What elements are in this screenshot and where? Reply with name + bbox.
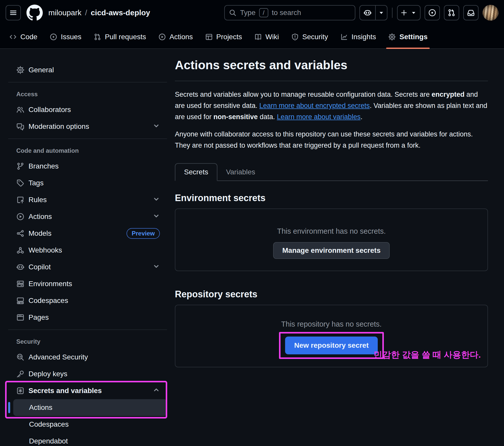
git-branch-icon [16, 162, 24, 170]
sidebar-item-webhooks[interactable]: Webhooks [8, 242, 167, 259]
tab-variables[interactable]: Variables [217, 163, 264, 181]
repo-tab-label: Issues [61, 33, 81, 41]
manage-environment-secrets-button[interactable]: Manage environment secrets [273, 242, 390, 259]
repo-tab-pull-requests[interactable]: Pull requests [88, 25, 152, 48]
caret-down-icon [410, 9, 417, 17]
sidebar-section-security: Security [8, 333, 167, 349]
copilot-icon [16, 263, 24, 271]
sidebar-subitem-actions[interactable]: Actions [13, 399, 167, 416]
sidebar-section-access: Access [8, 86, 167, 101]
chevron-up-icon [153, 386, 160, 395]
repo-tab-label: Settings [399, 33, 427, 41]
play-icon [158, 33, 166, 41]
repo-tab-actions[interactable]: Actions [152, 25, 199, 48]
graph-icon [340, 33, 348, 41]
sidebar-item-label: Secrets and variables [29, 387, 102, 395]
repository-secrets-box: This repository has no secrets. New repo… [175, 305, 488, 367]
gear-icon [388, 33, 396, 41]
sidebar-item-label: Codespaces [29, 297, 68, 305]
environment-secrets-box: This environment has no secrets. Manage … [175, 208, 488, 271]
git-pull-request-icon [94, 33, 101, 41]
main-content: Actions secrets and variables Secrets an… [175, 49, 488, 367]
models-icon [16, 229, 24, 238]
webhook-icon [16, 246, 24, 254]
repo-tab-label: Actions [170, 33, 193, 41]
issue-opened-icon [428, 9, 436, 17]
repository-empty-text: This repository has no secrets. [281, 320, 382, 328]
issue-opened-icon [50, 33, 57, 41]
repo-tab-wiki[interactable]: Wiki [248, 25, 285, 48]
sidebar-item-copilot[interactable]: Copilot [8, 259, 167, 275]
repo-tab-insights[interactable]: Insights [334, 25, 382, 48]
sidebar-item-environments[interactable]: Environments [8, 275, 167, 292]
issues-button[interactable] [425, 5, 440, 20]
sidebar-item-deploy-keys[interactable]: Deploy keys [8, 366, 167, 382]
sidebar-item-advanced-security[interactable]: Advanced Security [8, 349, 167, 366]
repo-tab-projects[interactable]: Projects [199, 25, 248, 48]
top-navigation-bar: miloupark / cicd-aws-deploy Type / to se… [0, 0, 504, 25]
sidebar-item-actions[interactable]: Actions [8, 208, 167, 225]
sidebar-item-tags[interactable]: Tags [8, 175, 167, 191]
sidebar-section-code-and-automation: Code and automation [8, 143, 167, 158]
repo-tab-label: Insights [352, 33, 376, 41]
sidebar-divider [8, 329, 167, 330]
key-icon [16, 370, 24, 378]
sidebar-item-models[interactable]: ModelsPreview [8, 225, 167, 242]
environment-secrets-heading: Environment secrets [175, 193, 488, 203]
secrets-variables-tabs: Secrets Variables [175, 163, 488, 181]
sidebar-divider [8, 82, 167, 82]
slash-key-hint: / [259, 8, 268, 17]
repo-tab-settings[interactable]: Settings [382, 25, 433, 48]
repo-tab-label: Security [302, 33, 328, 41]
repo-tab-label: Code [20, 33, 37, 41]
shield-icon [291, 33, 299, 41]
sidebar-item-secrets-and-variables[interactable]: Secrets and variables [8, 382, 167, 399]
avatar[interactable] [483, 5, 498, 21]
sidebar-item-codespaces[interactable]: Codespaces [8, 292, 167, 309]
code-scan-icon [16, 353, 24, 361]
new-repository-secret-button[interactable]: New repository secret [285, 337, 378, 354]
sidebar-item-label: Webhooks [29, 246, 62, 254]
breadcrumb: miloupark / cicd-aws-deploy [48, 8, 150, 17]
link-learn-more-about-variables[interactable]: Learn more about variables [277, 113, 361, 121]
sidebar-item-rules[interactable]: Rules [8, 191, 167, 208]
create-new-button[interactable] [397, 5, 421, 20]
hamburger-icon [9, 9, 17, 17]
sidebar-item-pages[interactable]: Pages [8, 309, 167, 326]
sidebar-item-label: Collaborators [29, 106, 71, 114]
table-icon [205, 33, 213, 41]
copilot-menu-button[interactable] [359, 5, 387, 20]
sidebar-subitem-dependabot[interactable]: Dependabot [13, 433, 167, 446]
sidebar-item-label: General [29, 66, 54, 74]
notifications-button[interactable] [463, 5, 479, 20]
search-input[interactable]: Type / to search [224, 5, 355, 20]
chevron-down-icon [153, 122, 160, 131]
rules-icon [16, 196, 24, 204]
settings-sidebar: GeneralAccessCollaboratorsModeration opt… [0, 49, 175, 446]
sidebar-subitem-label: Actions [29, 403, 52, 412]
toolbar-divider [392, 8, 393, 18]
link-learn-more-about-encrypted-secrets[interactable]: Learn more about encrypted secrets [259, 102, 370, 109]
sidebar-subitem-codespaces[interactable]: Codespaces [13, 416, 167, 433]
breadcrumb-owner[interactable]: miloupark [48, 8, 81, 17]
sidebar-item-general[interactable]: General [8, 62, 167, 78]
annotation-button-highlight: New repository secret [279, 332, 384, 359]
sidebar-item-label: Deploy keys [29, 370, 67, 378]
tag-icon [16, 179, 24, 187]
sidebar-item-branches[interactable]: Branches [8, 158, 167, 175]
tab-secrets[interactable]: Secrets [175, 163, 217, 181]
repo-tab-security[interactable]: Security [285, 25, 334, 48]
comment-discussion-icon [16, 122, 24, 131]
global-nav-menu-button[interactable] [6, 5, 21, 20]
github-logo[interactable] [26, 5, 43, 21]
book-icon [254, 33, 262, 41]
sidebar-item-moderation-options[interactable]: Moderation options [8, 118, 167, 135]
repo-tab-issues[interactable]: Issues [44, 25, 88, 48]
breadcrumb-repo[interactable]: cicd-aws-deploy [91, 8, 150, 17]
sidebar-subitem-label: Codespaces [29, 420, 69, 428]
sidebar-item-collaborators[interactable]: Collaborators [8, 101, 167, 118]
sidebar-item-label: Advanced Security [29, 353, 88, 361]
repo-tab-code[interactable]: Code [3, 25, 44, 48]
pull-requests-button[interactable] [444, 5, 459, 20]
sidebar-divider [8, 138, 167, 139]
